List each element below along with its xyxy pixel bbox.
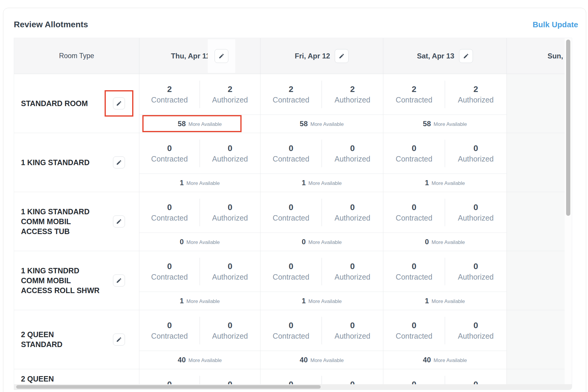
more-available-label: More Available: [186, 239, 220, 245]
allotment-cell: 0Contracted0Authorized0More Available: [139, 192, 260, 251]
authorized-value: 0: [350, 262, 355, 271]
contracted-label: Contracted: [273, 273, 309, 281]
edit-room-area: [113, 275, 125, 287]
authorized-block: 0Authorized: [322, 144, 383, 163]
more-available-row: 1More Available: [139, 174, 260, 192]
edit-date-button[interactable]: [215, 49, 228, 63]
empty-day-cell: [506, 74, 565, 133]
room-type-name: 1 KING STANDARD COMM MOBIL ACCESS TUB: [21, 207, 102, 236]
edit-room-button[interactable]: [113, 156, 125, 168]
day-header-label: Fri, Apr 12: [295, 52, 330, 60]
allotment-cell: 0Contracted0AuthorizedMore Available: [383, 369, 506, 384]
contracted-label: Contracted: [396, 96, 432, 104]
contracted-block: 0Contracted: [383, 203, 445, 222]
more-available-value: 1: [180, 179, 184, 187]
authorized-value: 2: [350, 85, 355, 94]
more-available-row: 0More Available: [383, 233, 506, 251]
contracted-authorized-row: 0Contracted0Authorized: [139, 192, 260, 233]
more-available-value: 1: [425, 179, 429, 187]
table-row: 2 QUEEN0Contracted0AuthorizedMore Availa…: [14, 369, 565, 384]
allotment-cell: 0Contracted0Authorized0More Available: [260, 192, 383, 251]
room-type-cell: 1 KING STANDARD COMM MOBIL ACCESS TUB: [14, 192, 139, 251]
contracted-block: 0Contracted: [260, 203, 322, 222]
table-row: STANDARD ROOM2Contracted2Authorized58Mor…: [14, 74, 565, 133]
bulk-update-link[interactable]: Bulk Update: [533, 20, 578, 29]
authorized-value: 0: [474, 144, 478, 153]
contracted-value: 2: [289, 85, 293, 94]
allotment-cell: 0Contracted0Authorized1More Available: [139, 251, 260, 310]
more-available-row: 1More Available: [383, 174, 506, 192]
contracted-value: 0: [289, 380, 293, 385]
edit-room-button[interactable]: [113, 275, 125, 287]
authorized-label: Authorized: [458, 214, 494, 222]
allotment-cell: 0Contracted0Authorized1More Available: [139, 133, 260, 192]
edit-date-button[interactable]: [459, 49, 473, 63]
table-row: 2 QUEEN STANDARD0Contracted0Authorized40…: [14, 310, 565, 369]
contracted-value: 0: [167, 321, 172, 330]
contracted-label: Contracted: [151, 332, 188, 340]
authorized-block: 0Authorized: [200, 380, 260, 385]
allotment-cell: 0Contracted0Authorized1More Available: [383, 133, 506, 192]
contracted-value: 0: [412, 321, 417, 330]
edit-room-button[interactable]: [113, 97, 125, 109]
authorized-value: 2: [474, 85, 478, 94]
day-header-label: Sun, A: [548, 52, 565, 60]
edit-date-button[interactable]: [335, 49, 349, 63]
authorized-block: 0Authorized: [200, 262, 260, 281]
authorized-value: 0: [228, 144, 233, 153]
contracted-authorized-row: 0Contracted0Authorized: [139, 369, 260, 384]
more-available-value: 1: [425, 297, 429, 305]
authorized-label: Authorized: [334, 155, 370, 163]
authorized-label: Authorized: [212, 214, 248, 222]
edit-room-button[interactable]: [113, 215, 125, 227]
contracted-block: 0Contracted: [260, 321, 322, 340]
contracted-value: 0: [412, 144, 417, 153]
contracted-label: Contracted: [396, 273, 432, 281]
authorized-value: 0: [474, 380, 478, 385]
contracted-authorized-row: 2Contracted2Authorized: [383, 74, 506, 114]
authorized-value: 0: [350, 203, 355, 212]
more-available-value: 0: [180, 238, 184, 246]
authorized-label: Authorized: [334, 273, 370, 281]
vertical-scrollbar-thumb[interactable]: [566, 40, 570, 216]
page-title: Review Allotments: [14, 20, 88, 29]
contracted-authorized-row: 0Contracted0Authorized: [383, 369, 506, 384]
pencil-icon: [116, 159, 122, 165]
authorized-block: 2Authorized: [200, 85, 260, 104]
more-available-value: 1: [302, 297, 306, 305]
more-available-value: 0: [302, 238, 306, 246]
horizontal-scrollbar-thumb[interactable]: [16, 385, 321, 389]
contracted-label: Contracted: [273, 332, 309, 340]
edit-date-area: [335, 49, 349, 63]
day-header: Sat, Apr 13: [383, 38, 506, 74]
more-available-label: More Available: [308, 180, 342, 186]
authorized-value: 0: [474, 203, 478, 212]
edit-room-button[interactable]: [113, 334, 125, 346]
authorized-label: Authorized: [458, 155, 494, 163]
contracted-block: 2Contracted: [139, 85, 200, 104]
room-type-cell: 2 QUEEN STANDARD: [14, 310, 139, 369]
contracted-value: 2: [167, 85, 172, 94]
empty-day-cell: [506, 251, 565, 310]
more-available-value: 0: [425, 238, 429, 246]
contracted-authorized-row: 0Contracted0Authorized: [139, 251, 260, 292]
room-type-cell: 1 KING STANDARD: [14, 133, 139, 192]
pencil-icon: [218, 53, 224, 59]
contracted-value: 0: [412, 262, 417, 271]
contracted-authorized-row: 0Contracted0Authorized: [139, 310, 260, 351]
empty-day-cell: [506, 369, 565, 384]
empty-day-cell: [506, 310, 565, 369]
room-type-header-label: Room Type: [59, 52, 94, 60]
contracted-value: 0: [412, 203, 417, 212]
authorized-label: Authorized: [334, 332, 370, 340]
authorized-block: 0Authorized: [200, 321, 260, 340]
edit-date-area: [215, 49, 228, 63]
room-type-name: 2 QUEEN STANDARD: [21, 330, 102, 349]
allotment-cell: 2Contracted2Authorized58More Available: [139, 74, 260, 133]
pencil-icon: [116, 100, 122, 106]
contracted-block: 0Contracted: [383, 144, 445, 163]
more-available-label: More Available: [432, 298, 465, 304]
authorized-block: 0Authorized: [200, 203, 260, 222]
contracted-authorized-row: 0Contracted0Authorized: [383, 310, 506, 351]
allotment-cell: 2Contracted2Authorized58More Available: [383, 74, 506, 133]
